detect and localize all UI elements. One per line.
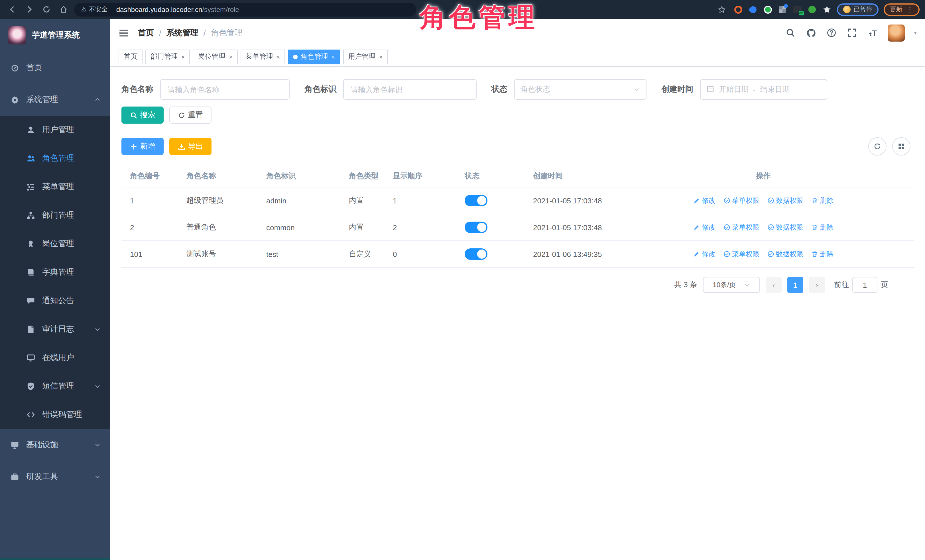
sidebar-item-error-code-mgmt[interactable]: 错误码管理 [0, 401, 110, 429]
chevron-up-icon [94, 96, 101, 103]
reset-button[interactable]: 重置 [169, 107, 211, 124]
sidebar-item-menu-mgmt[interactable]: 菜单管理 [0, 173, 110, 201]
font-size-icon[interactable]: ₜT [867, 27, 878, 39]
column-settings-button[interactable] [892, 137, 910, 156]
extension-grid-badge-icon[interactable] [777, 5, 787, 14]
cell-created: 2021-01-05 17:03:48 [532, 223, 663, 231]
status-toggle[interactable] [465, 222, 487, 233]
address-bar[interactable]: ⚠不安全 dashboard.yudao.iocoder.cn/system/r… [74, 3, 416, 16]
extension-green-circle-icon[interactable] [763, 5, 773, 14]
action-删除[interactable]: 删除 [811, 196, 833, 206]
browser-update-button[interactable]: 更新⋮ [884, 3, 920, 16]
action-删除[interactable]: 删除 [811, 222, 833, 232]
tag-岗位管理[interactable]: 岗位管理× [193, 49, 238, 64]
tag-用户管理[interactable]: 用户管理× [343, 49, 388, 64]
next-page-button[interactable]: › [809, 277, 825, 293]
action-数据权限[interactable]: 数据权限 [767, 196, 803, 206]
status-toggle[interactable] [465, 195, 487, 206]
sidebar-item-dept-mgmt[interactable]: 部门管理 [0, 201, 110, 230]
search-button[interactable]: 搜索 [121, 107, 164, 124]
tag-首页[interactable]: 首页 [119, 49, 143, 64]
cell-actions: 修改菜单权限数据权限删除 [663, 249, 914, 259]
circle-check-icon [767, 251, 774, 258]
tag-部门管理[interactable]: 部门管理× [145, 49, 190, 64]
page-1-button[interactable]: 1 [787, 277, 803, 293]
tag-菜单管理[interactable]: 菜单管理× [241, 49, 285, 64]
browser-forward-icon[interactable] [23, 3, 35, 16]
action-数据权限[interactable]: 数据权限 [767, 249, 803, 259]
close-icon[interactable]: × [379, 53, 383, 60]
role-name-input[interactable] [160, 79, 289, 100]
user-avatar[interactable] [888, 24, 905, 41]
extension-blue-drop-icon[interactable] [748, 5, 758, 14]
fullscreen-icon[interactable] [847, 27, 858, 39]
warning-icon: ⚠ [81, 6, 87, 13]
end-date-placeholder[interactable]: 结束日期 [760, 84, 790, 95]
action-菜单权限[interactable]: 菜单权限 [723, 222, 759, 232]
sidebar-item-post-mgmt[interactable]: 岗位管理 [0, 230, 110, 258]
page-unit-label: 页 [881, 280, 888, 290]
action-菜单权限[interactable]: 菜单权限 [723, 249, 759, 259]
prev-page-button[interactable]: ‹ [766, 277, 782, 293]
action-修改[interactable]: 修改 [693, 222, 716, 232]
sidebar-item-dict-mgmt[interactable]: 字典管理 [0, 258, 110, 287]
sidebar-item-dev-tools[interactable]: 研发工具 [0, 461, 110, 493]
avatar-caret-icon[interactable]: ▾ [914, 30, 917, 36]
close-icon[interactable]: × [331, 53, 335, 60]
export-button[interactable]: 导出 [169, 138, 211, 155]
extension-green-sprout-icon[interactable] [807, 5, 817, 14]
add-button[interactable]: 新增 [121, 138, 164, 155]
sidebar-menu: 首页系统管理用户管理角色管理菜单管理部门管理岗位管理字典管理通知公告审计日志在线… [0, 52, 110, 493]
sidebar-item-infrastructure[interactable]: 基础设施 [0, 429, 110, 461]
total-count: 共 3 条 [674, 280, 697, 290]
help-icon[interactable] [826, 27, 838, 39]
extension-orange-ring-icon[interactable] [733, 5, 743, 14]
action-修改[interactable]: 修改 [693, 196, 716, 206]
column-header-操作: 操作 [663, 171, 914, 181]
action-删除[interactable]: 删除 [811, 249, 833, 259]
sidebar-item-sms-mgmt[interactable]: 短信管理 [0, 372, 110, 401]
edit-icon [693, 251, 700, 258]
sidebar-item-home[interactable]: 首页 [0, 52, 110, 84]
tag-角色管理[interactable]: 角色管理× [288, 49, 340, 64]
action-数据权限[interactable]: 数据权限 [767, 222, 803, 232]
close-icon[interactable]: × [229, 53, 233, 60]
goto-page-input[interactable] [852, 277, 877, 293]
search-icon[interactable] [785, 27, 797, 39]
sidebar-item-online-user[interactable]: 在线用户 [0, 344, 110, 372]
action-修改[interactable]: 修改 [693, 249, 716, 259]
security-warning[interactable]: ⚠不安全 [81, 5, 108, 14]
breadcrumb-system[interactable]: 系统管理 [166, 28, 198, 38]
page-size-select[interactable]: 10条/页 [703, 277, 760, 293]
sidebar-item-notice-mgmt[interactable]: 通知公告 [0, 287, 110, 315]
browser-reload-icon[interactable] [40, 3, 53, 16]
status-toggle[interactable] [465, 248, 487, 260]
extension-dark-on-badge-icon[interactable]: on [792, 5, 802, 14]
bookmark-star-icon[interactable] [716, 3, 728, 16]
sidebar-item-user-mgmt[interactable]: 用户管理 [0, 116, 110, 144]
action-菜单权限[interactable]: 菜单权限 [723, 196, 759, 206]
close-icon[interactable]: × [181, 53, 185, 60]
sidebar-item-label: 系统管理 [26, 95, 58, 105]
profile-paused-chip[interactable]: 已暂停 [837, 3, 878, 16]
browser-back-icon[interactable] [6, 3, 18, 16]
refresh-table-button[interactable] [868, 137, 886, 156]
sidebar-item-audit-log[interactable]: 审计日志 [0, 315, 110, 344]
browser-menu-icon[interactable]: ⋮ [907, 5, 913, 14]
browser-home-icon[interactable] [57, 3, 69, 16]
sidebar-item-role-mgmt[interactable]: 角色管理 [0, 144, 110, 173]
sidebar-item-label: 在线用户 [42, 353, 74, 363]
sidebar-item-system[interactable]: 系统管理 [0, 84, 110, 116]
extension-grid-badge-shape [779, 6, 786, 13]
app-logo[interactable]: 芋道管理系统 [0, 19, 110, 52]
extension-green-circle-shape [764, 5, 771, 14]
extension-white-pin-icon[interactable] [822, 5, 832, 14]
start-date-placeholder[interactable]: 开始日期 [719, 84, 749, 95]
breadcrumb-home[interactable]: 首页 [138, 28, 154, 38]
close-icon[interactable]: × [277, 53, 280, 60]
role-key-input[interactable] [343, 79, 477, 100]
status-select[interactable]: 角色状态 [514, 79, 646, 100]
github-icon[interactable] [806, 27, 817, 39]
date-range-picker[interactable]: 开始日期 - 结束日期 [700, 79, 827, 100]
hamburger-icon[interactable] [119, 28, 129, 38]
